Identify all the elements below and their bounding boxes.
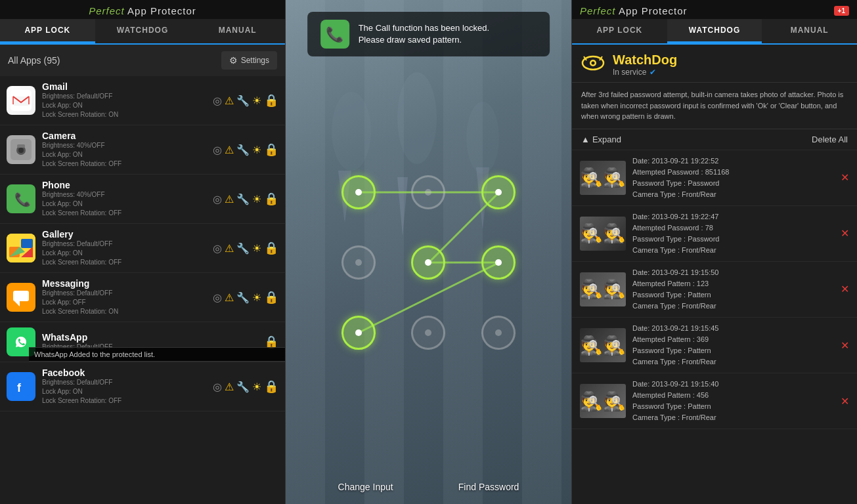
intruder-photo-4: 🕵️ bbox=[580, 328, 626, 362]
lock-icon[interactable]: 🔒 bbox=[264, 93, 278, 108]
lock-message: The Call function has been locked. Pleas… bbox=[359, 22, 489, 46]
app-list: Gmail Brightness: Default/OFFLock App: O… bbox=[0, 76, 285, 504]
pattern-lock[interactable] bbox=[324, 158, 534, 368]
list-item[interactable]: Camera Brightness: 40%/OFFLock App: ONLo… bbox=[0, 125, 285, 175]
left-panel-title: Perfect App Protector bbox=[8, 5, 277, 16]
delete-item-button[interactable]: ✕ bbox=[841, 339, 849, 352]
wrench-icon: 🔧 bbox=[236, 193, 250, 205]
brightness-icon: ☀ bbox=[252, 193, 261, 205]
svg-point-29 bbox=[592, 62, 595, 65]
svg-rect-14 bbox=[12, 377, 30, 396]
watchdog-title-area: WatchDog In service ✔ bbox=[613, 52, 677, 77]
app-name: Gmail bbox=[42, 81, 213, 92]
brightness-icon: ☀ bbox=[252, 242, 261, 255]
app-list-header: All Apps (95) ⚙ Settings bbox=[0, 45, 285, 76]
app-name: Phone bbox=[42, 180, 213, 190]
list-item[interactable]: WhatsApp Brightness: Default/OFF 🔒 Whats… bbox=[0, 322, 285, 362]
intrusion-details: Date: 2013-09-21 19:15:50 Attempted Patt… bbox=[632, 267, 834, 312]
settings-label: Settings bbox=[241, 56, 269, 65]
lock-icon[interactable]: 🔒 bbox=[264, 290, 278, 304]
list-item[interactable]: Gmail Brightness: Default/OFFLock App: O… bbox=[0, 76, 285, 125]
app-controls: ◎ ⚠ 🔧 ☀ 🔒 bbox=[213, 379, 278, 394]
expand-button[interactable]: ▲ Expand bbox=[581, 135, 621, 144]
wrench-icon: 🔧 bbox=[236, 381, 250, 393]
lock-icon[interactable]: 🔒 bbox=[264, 192, 278, 206]
list-item[interactable]: Messaging Brightness: Default/OFFLock Ap… bbox=[0, 273, 285, 322]
whatsapp-toast: WhatsApp Added to the protected list. bbox=[29, 347, 285, 362]
delete-all-button[interactable]: Delete All bbox=[812, 135, 848, 144]
app-details: Brightness: Default/OFFLock App: ONLock … bbox=[42, 92, 213, 119]
list-item[interactable]: Gallery Brightness: Default/OFFLock App:… bbox=[0, 224, 285, 273]
bottom-buttons: Change Input Find Password bbox=[286, 482, 571, 492]
pattern-dot-9[interactable] bbox=[464, 297, 534, 368]
app-info: Camera Brightness: 40%/OFFLock App: ONLo… bbox=[42, 131, 213, 169]
pattern-dot-7[interactable] bbox=[324, 297, 394, 368]
tab-watchdog-right[interactable]: WATCHDOG bbox=[667, 19, 762, 43]
app-controls: ◎ ⚠ 🔧 ☀ 🔒 bbox=[213, 192, 278, 206]
app-details: Brightness: Default/OFFLock App: ONLock … bbox=[42, 378, 213, 406]
tab-manual-left[interactable]: MANUAL bbox=[190, 19, 285, 43]
pattern-dot-3[interactable] bbox=[464, 158, 534, 228]
brightness-icon: ☀ bbox=[252, 381, 261, 393]
tab-app-lock-left[interactable]: APP LOCK bbox=[0, 19, 95, 43]
intruder-photo-3: 🕵️ bbox=[580, 272, 626, 306]
pattern-dot-1[interactable] bbox=[324, 158, 394, 228]
change-input-button[interactable]: Change Input bbox=[338, 482, 393, 492]
app-name: Gallery bbox=[42, 229, 213, 240]
warning-icon: ⚠ bbox=[225, 144, 234, 156]
brightness-icon: ☀ bbox=[252, 144, 261, 156]
gmail-icon bbox=[7, 86, 35, 115]
svg-rect-4 bbox=[17, 144, 25, 148]
svg-text:f: f bbox=[17, 381, 22, 394]
app-name: Facebook bbox=[42, 368, 213, 378]
list-item: 🕵️ Date: 2013-09-21 19:15:45 Attempted P… bbox=[572, 318, 857, 373]
app-details: Brightness: Default/OFFLock App: OFFLock… bbox=[42, 289, 213, 316]
gear-icon: ⚙ bbox=[229, 55, 238, 66]
pattern-dot-6[interactable] bbox=[464, 228, 534, 298]
find-password-button[interactable]: Find Password bbox=[458, 482, 519, 492]
camera-app-icon bbox=[7, 135, 35, 164]
pattern-dot-2[interactable] bbox=[393, 158, 464, 228]
check-icon: ✔ bbox=[649, 68, 656, 77]
left-panel: Perfect App Protector APP LOCK WATCHDOG … bbox=[0, 0, 286, 504]
chevron-up-icon: ▲ bbox=[581, 135, 590, 144]
app-info: Gmail Brightness: Default/OFFLock App: O… bbox=[42, 81, 213, 119]
warning-icon: ⚠ bbox=[225, 291, 234, 304]
title-rest: App Protector bbox=[127, 5, 196, 16]
list-item[interactable]: f Facebook Brightness: Default/OFFLock A… bbox=[0, 362, 285, 411]
pattern-dot-4[interactable] bbox=[324, 228, 394, 298]
tab-app-lock-right[interactable]: APP LOCK bbox=[572, 19, 667, 43]
list-item[interactable]: 📞 Phone Brightness: 40%/OFFLock App: ONL… bbox=[0, 175, 285, 224]
tab-watchdog-left[interactable]: WATCHDOG bbox=[95, 19, 190, 43]
app-info: Messaging Brightness: Default/OFFLock Ap… bbox=[42, 278, 213, 316]
watchdog-eye-icon bbox=[581, 54, 605, 77]
wrench-icon: 🔧 bbox=[236, 94, 250, 107]
app-controls: ◎ ⚠ 🔧 ☀ 🔒 bbox=[213, 241, 278, 255]
fingerprint-icon: ◎ bbox=[213, 193, 222, 205]
settings-button[interactable]: ⚙ Settings bbox=[221, 51, 277, 70]
svg-rect-11 bbox=[13, 291, 29, 301]
intrusion-details: Date: 2013-09-21 19:22:52 Attempted Pass… bbox=[632, 156, 834, 200]
svg-point-3 bbox=[18, 148, 24, 153]
wrench-icon: 🔧 bbox=[236, 144, 250, 156]
delete-item-button[interactable]: ✕ bbox=[841, 283, 849, 295]
delete-item-button[interactable]: ✕ bbox=[841, 227, 849, 240]
intruder-photo-1: 🕵️ bbox=[580, 161, 626, 195]
svg-rect-9 bbox=[21, 239, 33, 248]
intrusion-details: Date: 2013-09-21 19:22:47 Attempted Pass… bbox=[632, 211, 834, 256]
lock-icon[interactable]: 🔒 bbox=[264, 379, 278, 394]
delete-item-button[interactable]: ✕ bbox=[841, 395, 849, 408]
lock-icon[interactable]: 🔒 bbox=[264, 142, 278, 157]
svg-marker-12 bbox=[14, 301, 20, 306]
left-panel-header: Perfect App Protector bbox=[0, 0, 285, 19]
brightness-icon: ☀ bbox=[252, 94, 261, 107]
delete-item-button[interactable]: ✕ bbox=[841, 171, 849, 184]
app-info: Facebook Brightness: Default/OFFLock App… bbox=[42, 368, 213, 406]
pattern-dot-5[interactable] bbox=[393, 228, 464, 298]
tab-manual-right[interactable]: MANUAL bbox=[762, 19, 857, 43]
list-item: 🕵️ Date: 2013-09-21 19:22:52 Attempted P… bbox=[572, 150, 857, 206]
app-name: Camera bbox=[42, 131, 213, 141]
lock-icon[interactable]: 🔒 bbox=[264, 241, 278, 255]
pattern-dot-8[interactable] bbox=[393, 297, 464, 368]
intrusion-details: Date: 2013-09-21 19:15:40 Attempted Patt… bbox=[632, 379, 834, 423]
